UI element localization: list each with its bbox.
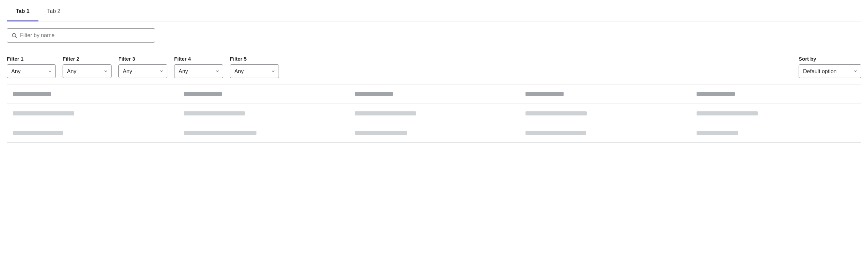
skeleton-placeholder (525, 111, 587, 115)
tab-2[interactable]: Tab 2 (38, 5, 69, 21)
skeleton-placeholder (355, 92, 393, 96)
search-row (7, 21, 861, 49)
sort-by: Sort by Default option (799, 56, 861, 78)
filter-4: Filter 4 Any (174, 56, 223, 78)
filter-4-label: Filter 4 (174, 56, 223, 62)
table-header-row (7, 84, 861, 104)
search-input[interactable] (20, 32, 151, 38)
filter-4-select[interactable]: Any (174, 64, 223, 78)
skeleton-placeholder (697, 131, 738, 135)
skeleton-placeholder (184, 131, 256, 135)
skeleton-placeholder (355, 111, 416, 115)
filter-3-label: Filter 3 (118, 56, 167, 62)
skeleton-placeholder (355, 131, 407, 135)
filter-2-select[interactable]: Any (63, 64, 112, 78)
search-box[interactable] (7, 28, 155, 43)
filter-2: Filter 2 Any (63, 56, 112, 78)
filter-1: Filter 1 Any (7, 56, 56, 78)
table-row (7, 104, 861, 123)
table-cell (519, 131, 690, 135)
search-icon (11, 32, 17, 38)
table-cell (690, 111, 861, 115)
filter-3: Filter 3 Any (118, 56, 167, 78)
skeleton-placeholder (697, 111, 758, 115)
table-row (7, 123, 861, 143)
skeleton-placeholder (184, 111, 245, 115)
table-cell (349, 111, 519, 115)
table-cell (178, 111, 348, 115)
sort-by-label: Sort by (799, 56, 861, 62)
skeleton-placeholder (697, 92, 735, 96)
skeleton-placeholder (184, 92, 222, 96)
filter-2-label: Filter 2 (63, 56, 112, 62)
table-cell (7, 111, 178, 115)
table-cell (178, 131, 348, 135)
table-cell (7, 92, 178, 96)
filter-3-select[interactable]: Any (118, 64, 167, 78)
skeleton-placeholder (13, 111, 74, 115)
filter-5: Filter 5 Any (230, 56, 279, 78)
svg-line-1 (15, 36, 17, 38)
table-cell (690, 131, 861, 135)
table-cell (349, 92, 519, 96)
filter-5-select[interactable]: Any (230, 64, 279, 78)
table-cell (7, 131, 178, 135)
table-cell (178, 92, 348, 96)
filter-1-label: Filter 1 (7, 56, 56, 62)
table-cell (519, 111, 690, 115)
filter-1-select[interactable]: Any (7, 64, 56, 78)
table-cell (519, 92, 690, 96)
table-cell (349, 131, 519, 135)
filters-row: Filter 1 Any Filter 2 Any Filter 3 Any F… (7, 49, 861, 84)
skeleton-placeholder (13, 92, 51, 96)
svg-point-0 (12, 33, 16, 37)
skeleton-placeholder (13, 131, 63, 135)
tab-1[interactable]: Tab 1 (7, 5, 38, 21)
sort-by-select[interactable]: Default option (799, 64, 861, 78)
tabs: Tab 1 Tab 2 (7, 0, 861, 21)
skeleton-table (7, 84, 861, 143)
skeleton-placeholder (525, 131, 586, 135)
table-cell (690, 92, 861, 96)
filter-5-label: Filter 5 (230, 56, 279, 62)
skeleton-placeholder (525, 92, 564, 96)
